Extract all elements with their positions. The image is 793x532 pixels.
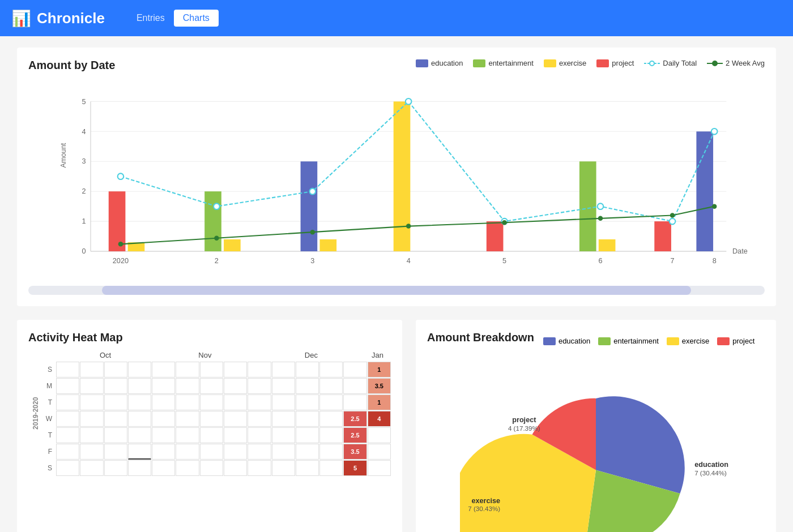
pie-value-education: 7 (30.44%) — [694, 469, 727, 477]
heat-map-title: Activity Heat Map — [28, 331, 391, 344]
heatmap-cell — [319, 362, 343, 377]
heatmap-cell — [224, 460, 247, 476]
logo-icon: 📊 — [11, 9, 31, 28]
legend-2week-avg: 2 Week Avg — [707, 59, 765, 67]
bd-legend-exercise: exercise — [667, 337, 709, 345]
svg-point-40 — [118, 173, 124, 179]
pie-label-education: education — [694, 461, 728, 469]
svg-point-54 — [670, 213, 675, 217]
bd-education-label: education — [558, 337, 590, 345]
svg-rect-35 — [487, 221, 504, 251]
heatmap-cell — [200, 444, 223, 460]
heatmap-cell — [176, 411, 199, 427]
breakdown-legend: education entertainment exercise project — [543, 337, 754, 345]
svg-text:5: 5 — [82, 98, 86, 106]
month-jan: Jan — [364, 351, 391, 359]
legend-daily-total-label: Daily Total — [663, 59, 697, 67]
bd-entertainment-color — [598, 337, 611, 345]
svg-rect-31 — [224, 239, 241, 251]
heatmap-cell — [104, 427, 127, 443]
bd-legend-entertainment: entertainment — [598, 337, 659, 345]
svg-point-48 — [118, 242, 123, 246]
heatmap-cell — [152, 444, 175, 460]
amount-breakdown-section: Amount Breakdown education entertainment… — [416, 320, 776, 532]
chart-legend: education entertainment exercise project… — [416, 59, 765, 67]
svg-text:4: 4 — [82, 128, 86, 136]
svg-rect-38 — [654, 221, 671, 251]
pie-value-exercise: 7 (30.43%) — [468, 505, 500, 512]
app-name: Chronicle — [37, 10, 105, 27]
heatmap-cell — [176, 460, 199, 476]
heatmap-cell — [152, 427, 175, 443]
heatmap-cell — [56, 427, 79, 443]
svg-text:7: 7 — [671, 257, 675, 265]
chart-scrollbar-thumb[interactable] — [102, 286, 691, 295]
svg-point-3 — [713, 61, 717, 66]
heatmap-cell — [200, 394, 223, 410]
heatmap-cell — [104, 378, 127, 394]
heatmap-cell-s2: 5 — [343, 460, 366, 476]
heatmap-cell — [248, 394, 271, 410]
heatmap-cell-w1: 2.5 — [343, 411, 366, 427]
chart-scrollbar-track[interactable] — [28, 286, 765, 295]
heatmap-cell — [104, 411, 127, 427]
legend-project-label: project — [612, 59, 634, 67]
pie-value-project: 4 (17.39%) — [508, 424, 540, 432]
heatmap-cell — [296, 411, 319, 427]
legend-entertainment-label: entertainment — [488, 59, 534, 67]
svg-text:2020: 2020 — [113, 257, 129, 265]
heatmap-cell — [272, 411, 295, 427]
day-label-f: F — [40, 448, 56, 456]
heatmap-cell-t1: 1 — [368, 394, 391, 410]
main-content: Amount by Date education entertainment e… — [0, 36, 793, 532]
heatmap-cell — [176, 427, 199, 443]
heatmap-cell — [200, 411, 223, 427]
bd-education-color — [543, 337, 556, 345]
svg-text:3: 3 — [310, 257, 314, 265]
svg-rect-37 — [599, 239, 616, 251]
heatmap-cell — [56, 444, 79, 460]
legend-exercise-label: exercise — [559, 59, 586, 67]
heatmap-cell — [80, 362, 103, 377]
nav-entries[interactable]: Entries — [127, 10, 174, 27]
legend-education-label: education — [431, 59, 463, 67]
heatmap-cell — [272, 394, 295, 410]
heatmap-cell — [248, 378, 271, 394]
svg-point-43 — [406, 98, 412, 105]
svg-text:5: 5 — [502, 257, 506, 265]
heatmap-cell — [152, 460, 175, 476]
project-color — [596, 59, 609, 67]
nav-charts[interactable]: Charts — [174, 10, 219, 27]
heatmap-cell — [368, 444, 391, 460]
heatmap-cell — [248, 427, 271, 443]
breakdown-title: Amount Breakdown — [427, 331, 534, 344]
svg-point-47 — [711, 128, 718, 135]
heatmap-cell — [272, 444, 295, 460]
svg-rect-28 — [109, 191, 126, 251]
heatmap-cell — [80, 444, 103, 460]
heatmap-cell — [56, 378, 79, 394]
heatmap-cell — [152, 362, 175, 377]
svg-text:Date: Date — [732, 247, 748, 255]
heatmap-cell — [272, 378, 295, 394]
heatmap-cell — [200, 427, 223, 443]
svg-rect-36 — [579, 161, 596, 251]
svg-rect-32 — [301, 161, 318, 251]
heatmap-cell — [176, 444, 199, 460]
bd-exercise-color — [667, 337, 679, 345]
svg-point-52 — [502, 220, 506, 225]
heatmap-cell — [296, 394, 319, 410]
bd-project-label: project — [732, 337, 754, 345]
heatmap-cell — [80, 460, 103, 476]
heatmap-cell — [176, 378, 199, 394]
heatmap-year-label: 2019-2020 — [28, 351, 40, 476]
svg-point-45 — [598, 203, 604, 209]
pie-label-exercise: exercise — [471, 497, 500, 505]
day-label-t1: T — [40, 398, 56, 406]
day-label-s2: S — [40, 464, 56, 472]
heatmap-cell-s1: 1 — [368, 362, 391, 377]
heatmap-cell — [80, 411, 103, 427]
heatmap-cell — [296, 444, 319, 460]
svg-text:8: 8 — [713, 257, 717, 265]
day-label-s1: S — [40, 366, 56, 374]
